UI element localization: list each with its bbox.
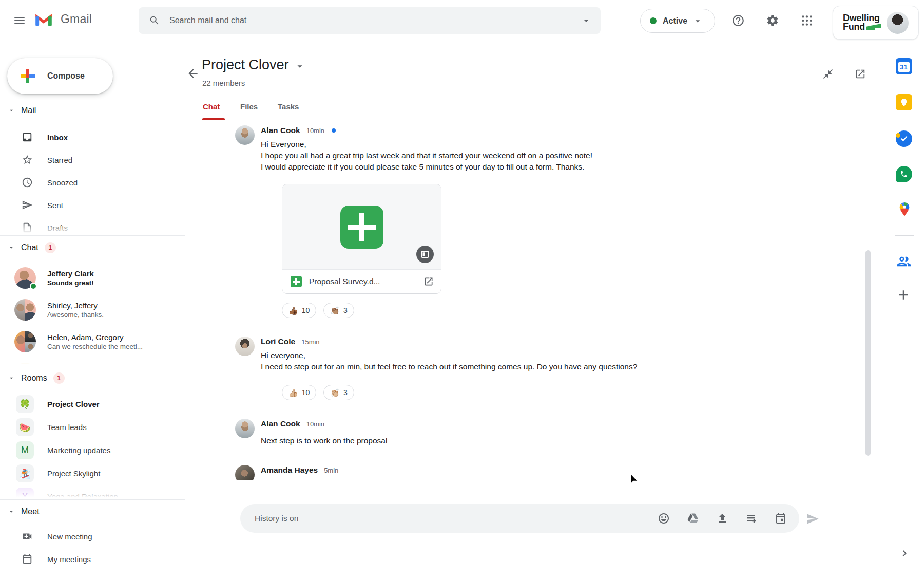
meet-section: Meet New meeting My meetings xyxy=(0,501,185,578)
google-tasks-icon[interactable] xyxy=(896,130,913,148)
room-item-project-clover[interactable]: 🍀 Project Clover xyxy=(0,393,185,416)
open-side-panel-icon[interactable] xyxy=(416,246,434,263)
sidebar-item-inbox[interactable]: Inbox xyxy=(0,126,185,148)
search-input[interactable] xyxy=(169,16,580,25)
search-options-caret-icon[interactable] xyxy=(580,14,592,27)
room-item-yoga-and-relaxation[interactable]: Y Yoga and Relaxation xyxy=(0,485,185,499)
composer-area xyxy=(185,480,884,578)
google-voice-icon[interactable] xyxy=(896,166,913,183)
sidebar-item-drafts[interactable]: Drafts xyxy=(0,216,185,235)
conversation-shirley-jeffery[interactable]: Shirley, Jeffery Awesome, thanks. xyxy=(0,294,185,326)
gmail-logo[interactable]: Gmail xyxy=(34,11,92,27)
message: Lori Cole 15min Hi everyone, I need to s… xyxy=(235,337,637,400)
conversation-helen-adam-gregory[interactable]: Helen, Adam, Gregory Can we reschedule t… xyxy=(0,326,185,358)
sidebar-item-starred[interactable]: Starred xyxy=(0,148,185,171)
message-time: 10min xyxy=(306,127,324,135)
back-arrow-icon[interactable] xyxy=(185,65,201,82)
upload-icon[interactable] xyxy=(716,512,728,525)
conversation-preview: Sounds great! xyxy=(47,278,94,288)
scrollbar-thumb[interactable] xyxy=(865,250,871,456)
rooms-section-header[interactable]: Rooms 1 xyxy=(0,368,185,388)
section-divider xyxy=(0,235,185,236)
contacts-icon[interactable] xyxy=(896,253,913,271)
reaction-clapping-hands[interactable]: 👏🏽 3 xyxy=(323,303,354,318)
message-line: Next step is to work on the proposal xyxy=(261,435,387,446)
tab-tasks[interactable]: Tasks xyxy=(278,102,299,120)
room-letter-avatar: Y xyxy=(16,488,34,499)
room-item-label: Marketing updates xyxy=(47,446,110,455)
sidebar-item-label: Drafts xyxy=(47,223,68,232)
message-author: Amanda Hayes xyxy=(261,465,318,475)
compose-plus-icon xyxy=(18,67,37,85)
calendar-day-number: 31 xyxy=(898,62,910,72)
chat-section-header[interactable]: Chat 1 xyxy=(0,237,185,258)
google-sheets-icon xyxy=(340,206,383,249)
room-tabs: Chat Files Tasks xyxy=(185,102,873,120)
sidebar-item-new-meeting[interactable]: New meeting xyxy=(0,525,185,548)
mail-section-header[interactable]: Mail xyxy=(0,100,185,121)
room-item-project-skylight[interactable]: 🏂 Project Skylight xyxy=(0,462,185,485)
sidebar-item-label: Sent xyxy=(47,201,63,210)
open-in-new-icon[interactable] xyxy=(853,66,868,82)
room-item-marketing-updates[interactable]: M Marketing updates xyxy=(0,439,185,462)
video-plus-icon xyxy=(22,531,33,542)
sidebar-item-label: Inbox xyxy=(47,133,68,142)
hamburger-menu-icon[interactable] xyxy=(12,13,27,28)
compose-button[interactable]: Compose xyxy=(7,58,113,94)
google-calendar-icon[interactable]: 31 xyxy=(896,58,913,76)
tab-files[interactable]: Files xyxy=(240,102,258,120)
google-maps-icon[interactable] xyxy=(896,201,913,220)
reaction-thumbs-up[interactable]: 👍🏼 10 xyxy=(282,385,316,400)
calendar-event-icon[interactable] xyxy=(775,512,787,525)
google-drive-icon[interactable] xyxy=(687,512,699,525)
google-keep-icon[interactable] xyxy=(896,94,913,111)
unread-dot xyxy=(332,128,336,133)
add-addon-plus-icon[interactable] xyxy=(896,287,913,305)
room-item-label: Team leads xyxy=(47,423,87,432)
conversation-helen-chang[interactable]: Helen Chang xyxy=(0,358,185,366)
open-in-new-icon[interactable] xyxy=(424,276,434,287)
account-org-card[interactable]: Dwelling Fund xyxy=(833,6,919,40)
conversation-jeffery-clark[interactable]: Jeffery Clark Sounds great! xyxy=(0,262,185,294)
reaction-clapping-hands[interactable]: 👏🏼 3 xyxy=(323,385,354,400)
sidebar-item-my-meetings[interactable]: My meetings xyxy=(0,548,185,570)
attachment-card[interactable]: Proposal Survey.d... xyxy=(282,184,441,294)
note-add-icon[interactable] xyxy=(745,512,758,525)
reaction-thumbs-up[interactable]: 👍🏾 10 xyxy=(282,303,316,318)
sidebar-item-label: New meeting xyxy=(47,532,92,541)
status-selector[interactable]: Active xyxy=(640,9,715,33)
account-avatar[interactable] xyxy=(887,12,909,34)
message-time: 15min xyxy=(301,338,319,346)
sidebar-item-snoozed[interactable]: Snoozed xyxy=(0,171,185,194)
conversation-preview: Can we reschedule the meeti... xyxy=(47,342,143,351)
settings-gear-icon[interactable] xyxy=(765,13,780,28)
thumbs-up-emoji: 👍🏾 xyxy=(288,307,298,314)
room-item-team-leads[interactable]: 🍉 Team leads xyxy=(0,416,185,439)
room-member-count: 22 members xyxy=(202,79,245,87)
chevron-down-icon xyxy=(294,61,305,72)
meet-section-header[interactable]: Meet xyxy=(0,501,185,522)
room-title-menu[interactable]: Project Clover xyxy=(202,57,305,73)
collapse-caret-icon xyxy=(8,244,15,251)
clapping-hands-emoji: 👏🏽 xyxy=(330,307,340,314)
app-name: Gmail xyxy=(61,12,92,26)
org-name-line2: Fund xyxy=(843,23,865,31)
section-divider xyxy=(0,366,185,366)
expand-panel-chevron-icon[interactable] xyxy=(898,547,911,560)
active-status-dot xyxy=(650,17,657,24)
message-input-pill[interactable] xyxy=(240,504,799,533)
collapse-caret-icon xyxy=(8,508,15,515)
help-icon[interactable] xyxy=(731,13,745,28)
search-bar[interactable] xyxy=(139,7,601,34)
tab-chat[interactable]: Chat xyxy=(203,102,220,120)
conversation-name: Jeffery Clark xyxy=(47,269,94,278)
message: Alan Cook 10min Next step is to work on … xyxy=(235,419,387,446)
collapse-panel-icon[interactable] xyxy=(820,66,836,82)
sidebar-item-sent[interactable]: Sent xyxy=(0,194,185,216)
send-message-icon[interactable] xyxy=(806,512,819,526)
google-apps-grid-icon[interactable] xyxy=(800,13,814,28)
avatar xyxy=(235,125,255,145)
message-input[interactable] xyxy=(255,514,641,523)
mail-section-label: Mail xyxy=(21,106,36,115)
emoji-icon[interactable] xyxy=(658,512,670,525)
